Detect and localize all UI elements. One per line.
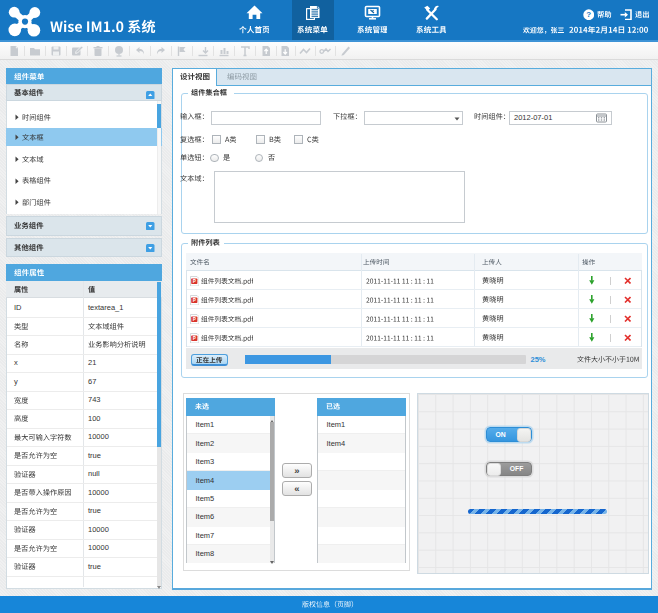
svg-text:P: P [192,297,195,302]
svg-text:P: P [192,278,195,283]
svg-text:P: P [192,316,195,321]
svg-text:P: P [192,335,195,340]
svg-text:?: ? [586,10,591,19]
